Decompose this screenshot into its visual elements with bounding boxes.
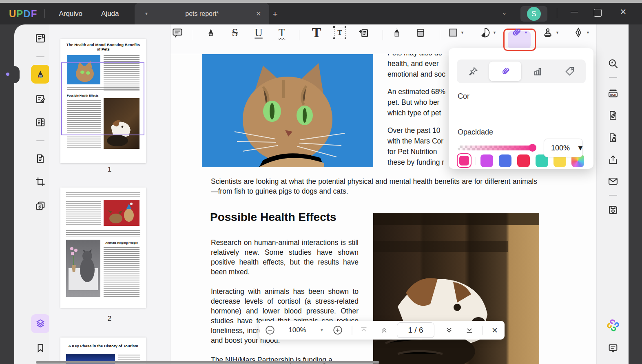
swatch-divider bbox=[476, 157, 476, 165]
watermark-button[interactable] bbox=[31, 196, 50, 215]
shapes-dropdown-caret[interactable]: ▼ bbox=[460, 31, 464, 35]
sticker-dropdown-caret[interactable]: ▼ bbox=[493, 31, 496, 35]
maximize-button[interactable] bbox=[594, 9, 602, 17]
next-page-button[interactable] bbox=[445, 326, 454, 335]
updf-ai-button[interactable] bbox=[604, 316, 622, 334]
ocr-icon: OCR bbox=[607, 88, 619, 100]
search-icon bbox=[607, 58, 619, 69]
share-button[interactable] bbox=[604, 151, 622, 169]
tab-dropdown-icon[interactable]: ▼ bbox=[144, 11, 148, 16]
email-button[interactable] bbox=[604, 172, 622, 190]
underline-button[interactable]: U bbox=[255, 26, 263, 39]
dog-photo bbox=[373, 213, 539, 364]
reader-mode-button[interactable] bbox=[31, 29, 50, 48]
color-swatch-selected[interactable] bbox=[457, 153, 472, 168]
attachment-dropdown-caret[interactable]: ▼ bbox=[524, 31, 528, 35]
highlighter-icon bbox=[34, 68, 46, 80]
shapes-button[interactable]: ▼ bbox=[448, 27, 464, 38]
add-text-button[interactable]: T bbox=[312, 25, 321, 40]
page-number-1: 1 bbox=[49, 165, 170, 174]
thumb3-title: A Key Phase in the History of Tourism bbox=[64, 344, 142, 349]
previous-page-button[interactable] bbox=[380, 326, 389, 335]
panel-toggle-handle[interactable] bbox=[14, 66, 20, 83]
document-tab[interactable]: ▼ pets report* ✕ bbox=[135, 3, 269, 24]
opacity-value-select[interactable]: 100% ▼ bbox=[544, 139, 583, 157]
protect-button[interactable] bbox=[604, 129, 622, 147]
organize-pages-button[interactable] bbox=[31, 113, 50, 132]
annotation-type-segmented-control bbox=[457, 60, 586, 83]
opacity-slider-track[interactable] bbox=[458, 146, 534, 150]
minimize-button[interactable]: — bbox=[569, 7, 580, 16]
layers-button[interactable] bbox=[31, 314, 50, 333]
opacity-slider-knob[interactable] bbox=[529, 144, 536, 152]
edit-pdf-button[interactable] bbox=[31, 90, 50, 108]
stamp-button[interactable]: ▼ bbox=[542, 27, 559, 38]
thumbnail-page-3[interactable]: A Key Phase in the History of Tourism bbox=[60, 338, 146, 364]
zoom-in-button[interactable] bbox=[332, 325, 343, 335]
signature-button[interactable]: ▼ bbox=[573, 27, 590, 38]
thumb2-dogs-photo bbox=[104, 200, 139, 226]
feedback-button[interactable] bbox=[604, 339, 622, 357]
text-box-button[interactable]: T bbox=[334, 27, 345, 38]
stamp-dropdown-caret[interactable]: ▼ bbox=[556, 31, 559, 35]
convert-button[interactable] bbox=[604, 106, 622, 124]
tab-chart[interactable] bbox=[521, 60, 553, 83]
tab-pin[interactable] bbox=[457, 60, 489, 83]
menu-arquivo[interactable]: Arquivo bbox=[52, 7, 89, 21]
menu-ajuda[interactable]: Ajuda bbox=[95, 7, 125, 21]
last-page-button[interactable] bbox=[465, 326, 474, 335]
attachment-button[interactable]: ▼ bbox=[510, 26, 528, 39]
first-page-button[interactable] bbox=[359, 326, 368, 335]
comment-tool-button-active[interactable] bbox=[31, 65, 50, 84]
tag-icon bbox=[565, 66, 575, 77]
zoom-dropdown-caret[interactable]: ▼ bbox=[320, 328, 324, 332]
window-top-edge bbox=[0, 0, 642, 3]
sticker-button[interactable]: ▼ bbox=[479, 27, 496, 38]
titlebar-divider bbox=[44, 9, 45, 18]
save-button[interactable] bbox=[604, 201, 622, 219]
stack-pages-icon bbox=[35, 200, 46, 212]
color-swatch-blue[interactable] bbox=[499, 154, 511, 167]
ocr-button[interactable]: OCR bbox=[604, 85, 622, 103]
tab-close-icon[interactable]: ✕ bbox=[256, 10, 261, 18]
highlight-text-button[interactable] bbox=[205, 27, 217, 38]
close-navigation-button[interactable]: ✕ bbox=[491, 326, 498, 335]
page-indicator[interactable]: 1 / 6 bbox=[397, 322, 434, 338]
tab-tag[interactable] bbox=[553, 60, 586, 83]
thumb2-cat-photo bbox=[66, 240, 100, 297]
pencil-draw-button[interactable] bbox=[391, 27, 403, 38]
thumb1-viewport-rect[interactable] bbox=[61, 62, 144, 135]
search-button[interactable] bbox=[604, 55, 622, 73]
zoom-out-button[interactable] bbox=[265, 325, 275, 335]
tab-attachment-active[interactable] bbox=[489, 62, 521, 81]
strikethrough-button[interactable]: S bbox=[232, 26, 238, 39]
new-tab-button[interactable]: + bbox=[272, 9, 278, 20]
signature-dropdown-caret[interactable]: ▼ bbox=[586, 31, 590, 35]
tab-list-chevron-icon[interactable]: ⌄ bbox=[502, 9, 507, 16]
bookmark-button[interactable] bbox=[31, 339, 50, 357]
thumbnail-page-2[interactable]: Animals Helping People bbox=[60, 188, 146, 308]
titlebar-divider bbox=[557, 8, 557, 18]
convert-file-icon bbox=[607, 110, 619, 121]
close-window-button[interactable]: ✕ bbox=[618, 7, 629, 17]
svg-text:OCR: OCR bbox=[610, 93, 616, 96]
crop-button[interactable] bbox=[31, 172, 50, 191]
page-tools-button[interactable] bbox=[31, 149, 50, 168]
horizontal-scrollbar[interactable] bbox=[36, 361, 379, 364]
avatar[interactable]: S bbox=[527, 7, 541, 21]
bar-divider bbox=[352, 326, 352, 335]
squiggly-underline-button[interactable]: T bbox=[279, 26, 286, 39]
thumbnail-page-1[interactable]: The Health and Mood-Boosting Benefits of… bbox=[60, 39, 146, 163]
account-button[interactable]: S bbox=[520, 6, 547, 22]
color-swatch-purple[interactable] bbox=[480, 154, 493, 167]
pencil-icon bbox=[391, 27, 403, 38]
typewriter-button[interactable] bbox=[357, 26, 370, 39]
opacity-value: 100% bbox=[551, 144, 570, 152]
rail-divider bbox=[609, 195, 617, 196]
lock-file-icon bbox=[607, 132, 619, 143]
share-icon bbox=[607, 154, 619, 165]
note-comment-button[interactable] bbox=[171, 26, 184, 39]
color-swatch-red[interactable] bbox=[517, 154, 530, 167]
eraser-button[interactable] bbox=[415, 27, 426, 38]
zoom-level[interactable]: 100% bbox=[288, 326, 306, 334]
